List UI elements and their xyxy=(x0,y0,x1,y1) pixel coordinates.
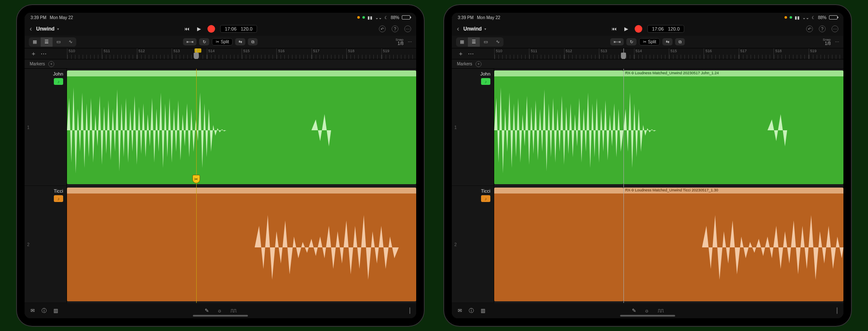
add-marker-button[interactable]: + xyxy=(476,61,481,67)
track-header-john[interactable]: 1 John ♪ xyxy=(452,69,494,186)
tool-join-button[interactable]: ⇆ xyxy=(662,38,673,45)
ruler-tick: 511 xyxy=(529,48,564,59)
add-track-button[interactable]: ＋ xyxy=(458,50,464,58)
info-icon[interactable]: ⓘ xyxy=(42,307,47,314)
track-header-ticci[interactable]: 2 Ticci ♪ xyxy=(452,186,494,303)
help-button[interactable]: ? xyxy=(392,25,398,32)
ruler-tick: 519 xyxy=(381,48,416,59)
add-track-button[interactable]: ＋ xyxy=(31,50,36,58)
rewind-button[interactable]: ⏮ xyxy=(611,25,618,32)
ruler[interactable]: ＋ ⋯ 510511512513514515516517518519520 xyxy=(25,48,416,59)
region-ticci-part1[interactable] xyxy=(494,188,623,301)
play-button[interactable]: ▶ xyxy=(195,25,202,32)
tool-copy-button[interactable]: ⧉ xyxy=(675,38,685,45)
undo-button[interactable]: ↶ xyxy=(806,25,813,32)
ruler-menu-button[interactable]: ⋯ xyxy=(41,50,47,57)
tool-loop-button[interactable]: ↻ xyxy=(626,38,637,45)
track-icon-audio: ♪ xyxy=(481,78,490,85)
lcd-display[interactable]: 17:06 120.0 xyxy=(220,25,257,33)
keyboard-button[interactable] xyxy=(409,307,410,314)
view-segmented-control[interactable]: ▦ ☰ ▭ ∿ xyxy=(456,37,504,47)
rewind-button[interactable]: ⏮ xyxy=(184,25,190,32)
region-john-part2[interactable]: RX-9 Loudness Matched_Unwind 20230517 Jo… xyxy=(623,70,843,184)
ruler-ticks[interactable]: 510511512513514515516517518519520 xyxy=(67,48,416,59)
project-menu-chevron-icon[interactable]: ▾ xyxy=(57,27,59,31)
grid-view-button[interactable]: ▦ xyxy=(29,37,41,47)
waveform xyxy=(623,194,843,301)
tool-split-button[interactable]: ✂ Split xyxy=(639,38,660,45)
list-view-button[interactable]: ☰ xyxy=(468,37,480,47)
region-ticci-part2[interactable]: RX-9 Loudness Matched_Unwind Ticci 20230… xyxy=(623,188,843,301)
ruler-ticks[interactable]: 510511512513514515516517518519520 xyxy=(494,48,843,59)
region-ticci[interactable] xyxy=(67,188,416,301)
ruler-tick: 518 xyxy=(346,48,381,59)
edit-pencil-icon[interactable]: ✎ xyxy=(205,308,209,314)
tool-trim-button[interactable]: ⇤⇥ xyxy=(183,38,197,45)
project-menu-chevron-icon[interactable]: ▾ xyxy=(484,27,486,31)
project-title[interactable]: Unwind xyxy=(36,26,54,32)
help-button[interactable]: ? xyxy=(819,25,826,32)
inbox-icon[interactable]: ✉ xyxy=(31,308,35,314)
settings-button[interactable]: ⋯ xyxy=(404,25,411,32)
panels-icon[interactable]: ▥ xyxy=(53,308,58,314)
settings-button[interactable]: ⋯ xyxy=(832,25,838,32)
play-button[interactable]: ▶ xyxy=(623,25,629,32)
record-button[interactable] xyxy=(634,25,642,33)
ruler-bar-number: 514 xyxy=(636,49,642,53)
view-segmented-control[interactable]: ▦ ☰ ▭ ∿ xyxy=(29,37,76,47)
home-indicator[interactable] xyxy=(620,315,675,317)
brightness-icon[interactable]: ☼ xyxy=(217,308,222,314)
track-lanes[interactable]: RX-9 Loudness Matched_Unwind 20230517 Jo… xyxy=(494,69,843,303)
tool-join-button[interactable]: ⇆ xyxy=(235,38,245,45)
playhead-handle[interactable] xyxy=(194,53,199,59)
ruler[interactable]: ＋ ⋯ 510511512513514515516517518519520 xyxy=(452,48,843,59)
tool-loop-button[interactable]: ↻ xyxy=(199,38,209,45)
track-header-ticci[interactable]: 2 Ticci ♪ xyxy=(25,186,67,303)
edit-pencil-icon[interactable]: ✎ xyxy=(632,308,636,314)
status-date: Mon May 22 xyxy=(477,15,500,20)
snap-control[interactable]: Snap 1/8 xyxy=(395,38,403,46)
track-headers: 1 John ♪ 2 Ticci ♪ xyxy=(452,69,494,303)
toolbar-more-button[interactable]: ⋯ xyxy=(835,39,839,44)
info-icon[interactable]: ⓘ xyxy=(469,307,474,314)
undo-button[interactable]: ↶ xyxy=(379,25,386,32)
tool-trim-button[interactable]: ⇤⇥ xyxy=(610,38,624,45)
playhead-handle[interactable] xyxy=(621,53,626,59)
automation-view-button[interactable]: ∿ xyxy=(492,37,504,47)
track-icon-audio: ♪ xyxy=(54,78,63,85)
track-lanes[interactable]: ✂ xyxy=(67,69,416,303)
region-header xyxy=(67,70,416,76)
panels-icon[interactable]: ▥ xyxy=(481,308,485,314)
home-indicator[interactable] xyxy=(193,315,248,317)
brightness-icon[interactable]: ☼ xyxy=(645,308,649,314)
track-header-john[interactable]: 1 John ♪ xyxy=(25,69,67,186)
split-marker-icon[interactable]: ✂ xyxy=(192,175,200,183)
toolbar-more-button[interactable]: ⋯ xyxy=(408,39,412,44)
inbox-icon[interactable]: ✉ xyxy=(458,308,462,314)
add-marker-button[interactable]: + xyxy=(48,61,54,67)
region-view-button[interactable]: ▭ xyxy=(480,37,492,47)
region-john[interactable] xyxy=(67,70,416,184)
region-john-part1[interactable] xyxy=(494,70,623,184)
keyboard-button[interactable] xyxy=(837,307,837,314)
title-bar: ‹ Unwind ▾ ⏮ ▶ 17:06 120.0 ↶ ? ⋯ xyxy=(25,22,416,36)
snap-control[interactable]: Snap 1/8 xyxy=(823,38,831,46)
tracks-area: 1 John ♪ 2 Ticci ♪ xyxy=(452,69,843,303)
project-title[interactable]: Unwind xyxy=(463,26,481,32)
ruler-tick: 510 xyxy=(67,48,102,59)
dnd-moon-icon: ☾ xyxy=(812,15,815,20)
tool-copy-button[interactable]: ⧉ xyxy=(248,38,258,45)
mixer-icon[interactable]: ⎍⎍ xyxy=(658,308,664,314)
lcd-display[interactable]: 17:06 120.0 xyxy=(647,25,684,33)
ruler-menu-button[interactable]: ⋯ xyxy=(468,50,475,57)
region-view-button[interactable]: ▭ xyxy=(53,37,64,47)
ruler-tick: 512 xyxy=(137,48,172,59)
automation-view-button[interactable]: ∿ xyxy=(64,37,76,47)
tool-split-button[interactable]: ✂ Split xyxy=(212,38,233,45)
grid-view-button[interactable]: ▦ xyxy=(456,37,468,47)
back-button[interactable]: ‹ xyxy=(30,25,32,33)
record-button[interactable] xyxy=(207,25,215,33)
list-view-button[interactable]: ☰ xyxy=(41,37,53,47)
mixer-icon[interactable]: ⎍⎍ xyxy=(231,308,236,314)
back-button[interactable]: ‹ xyxy=(457,25,459,33)
